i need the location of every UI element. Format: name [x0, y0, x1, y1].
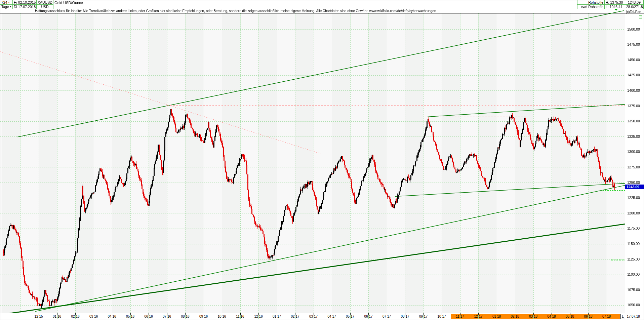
symbol-field[interactable]: XAUUSD	[36, 0, 53, 5]
price-axis-label: 1250.00	[627, 181, 640, 185]
month-label: 01 17	[273, 315, 281, 318]
time-axis: 12 1501 1602 1603 1604 1605 1606 1607 16…	[0, 313, 644, 320]
chevron-down-icon: ▼	[10, 6, 12, 8]
current-price-badge: 1243.09	[625, 185, 644, 189]
month-label: 11 17	[456, 315, 464, 318]
price-axis-label: 1050.00	[627, 303, 640, 307]
month-label: 06 17	[364, 315, 372, 318]
price-axis-label: 1075.00	[627, 288, 640, 292]
period-value: Tage	[1, 5, 9, 9]
disclaimer-text: Haftungsausschluss für Inhalte: Alle Tre…	[35, 9, 436, 13]
start-date-field[interactable]: Fr 02.10.2015	[12, 0, 37, 5]
month-label: 07 16	[163, 315, 171, 318]
month-label: 04 16	[108, 315, 116, 318]
month-label: 12 16	[254, 315, 263, 318]
price-axis-label: 1275.00	[627, 165, 640, 169]
last-bar-marker: L	[620, 314, 625, 319]
source-label: vwd Rohstoffe	[577, 4, 605, 9]
price-axis-label: 1400.00	[627, 88, 640, 92]
price-axis-label: 1350.00	[627, 119, 640, 123]
month-label: 11 16	[236, 315, 244, 318]
currency-field: USD	[36, 4, 53, 9]
month-label: 05 17	[346, 315, 354, 318]
price-axis-label: 1450.00	[627, 58, 640, 62]
price-axis-label: 1425.00	[627, 73, 640, 77]
month-label: 03 16	[89, 315, 98, 318]
range-info-value: 28.0/271.8	[625, 4, 644, 9]
month-label: 02 18	[511, 315, 519, 318]
month-label: 06 16	[144, 315, 153, 318]
month-label: 10 17	[437, 315, 446, 318]
low-value: L: 1046.41	[604, 4, 625, 9]
price-axis-label: 1125.00	[627, 257, 640, 261]
month-label: 04 17	[327, 315, 336, 318]
last-bar-date: 17.07.18	[627, 315, 640, 318]
end-date-field[interactable]: Di 17.07.2018	[12, 4, 37, 9]
price-axis-label: 1175.00	[627, 226, 640, 230]
month-label: 07 18	[602, 315, 611, 318]
price-chart-canvas[interactable]	[0, 0, 644, 320]
price-axis-label: 1325.00	[627, 134, 640, 138]
price-axis-label: 1200.00	[627, 211, 640, 215]
month-label: 03 17	[309, 315, 318, 318]
month-label: 03 18	[529, 315, 537, 318]
month-label: 04 18	[547, 315, 556, 318]
bars-count-value: 724	[1, 0, 7, 4]
price-axis-label: 1500.00	[627, 27, 640, 31]
month-label: 05 16	[126, 315, 134, 318]
instrument-title: Gold USD/Ounce	[54, 1, 83, 5]
price-axis-label: 1375.00	[627, 104, 640, 108]
month-label: 12 15	[34, 315, 43, 318]
period-dropdown[interactable]: Tage▼	[0, 4, 13, 9]
month-label: 05 18	[566, 315, 574, 318]
taipan-chart-window: 724▼ Fr 02.10.2015 XAUUSD Tage▼ Di 17.07…	[0, 0, 644, 320]
month-label: 02 16	[71, 315, 79, 318]
copyright-label: (c)Tai-Pan	[626, 10, 641, 14]
month-label: 01 18	[492, 315, 501, 318]
month-label: 08 16	[181, 315, 189, 318]
month-label: 08 17	[401, 315, 409, 318]
month-label: 07 17	[383, 315, 391, 318]
month-label: 06 18	[584, 315, 592, 318]
month-label: 09 17	[419, 315, 428, 318]
bars-count-dropdown[interactable]: 724▼	[0, 0, 13, 5]
chevron-down-icon: ▼	[8, 1, 10, 3]
month-label: 12 17	[474, 315, 482, 318]
high-value: H: 1375.30	[604, 0, 625, 5]
month-label: 09 16	[199, 315, 208, 318]
group-label: Rohstoffe	[577, 0, 605, 5]
price-axis-label: 1300.00	[627, 150, 640, 154]
month-label: 02 17	[291, 315, 299, 318]
price-axis-label: 1225.00	[627, 196, 640, 200]
month-label: 10 16	[217, 315, 226, 318]
price-axis-label: 1150.00	[627, 242, 640, 246]
month-label: 01 16	[53, 315, 61, 318]
price-axis-label: 1100.00	[627, 272, 640, 276]
last-value: 1243.09	[625, 0, 644, 5]
axis-collapse-icon[interactable]	[639, 15, 642, 18]
price-axis-label: 1475.00	[627, 42, 640, 46]
